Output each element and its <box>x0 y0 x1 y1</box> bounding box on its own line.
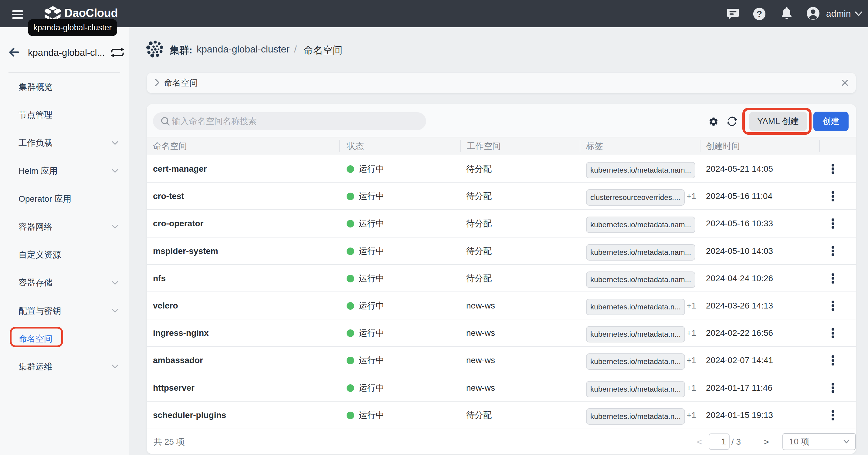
svg-text:?: ? <box>756 9 762 19</box>
